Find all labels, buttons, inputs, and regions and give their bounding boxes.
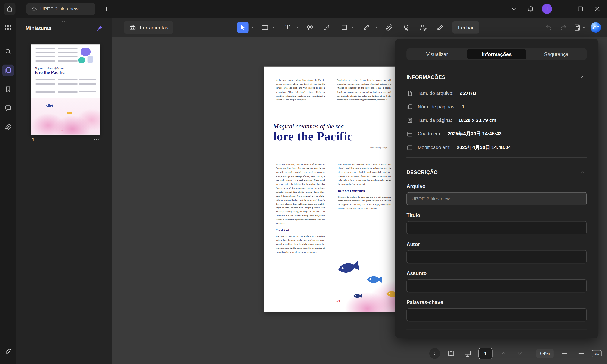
- text-tool-dropdown[interactable]: [294, 23, 299, 32]
- divider: [531, 350, 531, 357]
- palavras-chave-input[interactable]: [406, 308, 587, 322]
- close-icon: [594, 5, 601, 13]
- thumbnail-page-number: 1: [32, 137, 35, 142]
- chevron-down-icon: [272, 26, 276, 30]
- calendar-icon: [406, 130, 413, 137]
- edit-object-tool-button[interactable]: [259, 22, 271, 33]
- document-tab[interactable]: UPDF-2-files-new: [26, 3, 95, 15]
- notifications-button[interactable]: [525, 3, 537, 15]
- ai-assistant-button[interactable]: [590, 22, 601, 33]
- zoom-in-button[interactable]: [575, 348, 587, 359]
- sidebar-item-thumbnails[interactable]: [2, 65, 14, 76]
- paperclip-icon: [385, 24, 393, 31]
- ai-icon: [590, 22, 601, 33]
- chevron-down-icon: [510, 5, 517, 13]
- zoom-out-button[interactable]: [558, 348, 570, 359]
- titlebar-dropdown-button[interactable]: [508, 3, 519, 15]
- info-row-modified: Modificado em: 2025年4月30日 14:48:04: [406, 144, 587, 151]
- select-tool-dropdown[interactable]: [249, 23, 254, 32]
- chevron-up-icon: [580, 169, 585, 175]
- tab-seguranca[interactable]: Segurança: [526, 49, 586, 59]
- previous-page-button[interactable]: [498, 348, 509, 359]
- next-page-button[interactable]: [514, 348, 526, 359]
- plus-icon: [577, 350, 585, 357]
- plus-icon: [103, 6, 109, 12]
- page-indicator: 1/1: [337, 299, 340, 302]
- collapse-info-button[interactable]: [578, 73, 587, 81]
- measure-tool-button[interactable]: [361, 22, 372, 33]
- sidebar-item-attachments[interactable]: [2, 121, 14, 133]
- collapse-description-button[interactable]: [578, 168, 587, 176]
- redo-button[interactable]: [557, 22, 569, 33]
- pages-icon: [406, 104, 413, 110]
- thumb-eyebrow: Magical creatures of the sea.: [35, 66, 64, 69]
- reading-mode-button[interactable]: [445, 348, 457, 359]
- sidebar-item-search[interactable]: [2, 46, 14, 57]
- sidebar-item-apps[interactable]: [2, 22, 14, 33]
- measure-tool-dropdown[interactable]: [373, 23, 378, 32]
- thumbnail-more-button[interactable]: [92, 135, 101, 144]
- presentation-button[interactable]: [462, 348, 473, 359]
- book-icon: [447, 350, 455, 357]
- page-caption: It can instantly change: [370, 147, 387, 148]
- close-panel-button[interactable]: Fechar: [452, 21, 480, 34]
- app-window: UPDF-2-files-new I: [0, 0, 607, 364]
- arquivo-input[interactable]: [406, 192, 587, 206]
- select-tool-button[interactable]: [237, 22, 248, 33]
- page-subheading: Deep Sea Exploration: [338, 189, 391, 194]
- tab-visualizar[interactable]: Visualizar: [407, 49, 467, 59]
- page-number-input[interactable]: [478, 348, 492, 359]
- sticker-icon: [402, 24, 410, 31]
- chevron-down-icon: [249, 26, 254, 30]
- tab-informacoes[interactable]: Informações: [467, 49, 526, 59]
- left-rail: [0, 18, 16, 364]
- titulo-input[interactable]: [406, 221, 587, 234]
- minimize-button[interactable]: [557, 3, 569, 15]
- sidebar-item-bookmarks[interactable]: [2, 84, 14, 95]
- home-icon: [6, 5, 13, 13]
- cloud-icon: [31, 6, 37, 12]
- chevron-up-icon: [499, 350, 507, 357]
- assunto-input[interactable]: [406, 279, 587, 293]
- chevron-down-icon: [373, 26, 378, 30]
- signature-tool-button[interactable]: [417, 22, 429, 33]
- updf-logo-icon: [4, 348, 12, 355]
- pin-panel-button[interactable]: [95, 23, 104, 33]
- app-logo-button[interactable]: [2, 346, 14, 357]
- user-avatar[interactable]: I: [542, 4, 552, 14]
- highlighter-tool-button[interactable]: [321, 22, 333, 33]
- new-tab-button[interactable]: [101, 3, 112, 15]
- maximize-button[interactable]: [575, 3, 586, 15]
- sidebar-item-comments[interactable]: [2, 103, 14, 114]
- undo-button[interactable]: [543, 22, 555, 33]
- comment-tool-button[interactable]: [304, 22, 316, 33]
- zoom-level-button[interactable]: 64%: [536, 349, 553, 358]
- sticker-tool-button[interactable]: [400, 22, 412, 33]
- select-area-icon: [261, 24, 269, 31]
- thumb-page-indicator: 1/1: [61, 130, 63, 132]
- chat-bubble-icon: [4, 104, 12, 112]
- text-tool-button[interactable]: T: [282, 22, 294, 33]
- fish-icon: [353, 293, 363, 299]
- autor-input[interactable]: [406, 250, 587, 263]
- pages-icon: [4, 66, 12, 74]
- save-button[interactable]: [572, 22, 587, 33]
- fish-icon: [67, 111, 73, 115]
- page-thumbnail[interactable]: Magical creatures of the sea. lore the P…: [31, 44, 100, 134]
- info-section-title: INFORMAÇÕES: [406, 74, 445, 80]
- home-button[interactable]: [4, 3, 15, 15]
- shape-tool-button[interactable]: [338, 22, 350, 33]
- actual-size-button[interactable]: 1:1: [592, 350, 601, 357]
- page-paragraph: In the vast embrace of our blue planet, …: [276, 78, 325, 121]
- paperclip-icon: [4, 123, 12, 131]
- collapse-panel-button[interactable]: [429, 348, 440, 359]
- attachment-tool-button[interactable]: [383, 22, 395, 33]
- page-paragraph: Continuing to explore deeper into the oc…: [337, 78, 391, 121]
- marker-icon: [323, 24, 331, 31]
- shape-tool-dropdown[interactable]: [351, 23, 355, 32]
- edit-object-tool-dropdown[interactable]: [272, 23, 276, 32]
- tools-menu-button[interactable]: Ferramentas: [124, 21, 173, 34]
- pen-x-icon: [436, 24, 444, 31]
- close-window-button[interactable]: [592, 3, 603, 15]
- sign-field-tool-button[interactable]: [434, 22, 446, 33]
